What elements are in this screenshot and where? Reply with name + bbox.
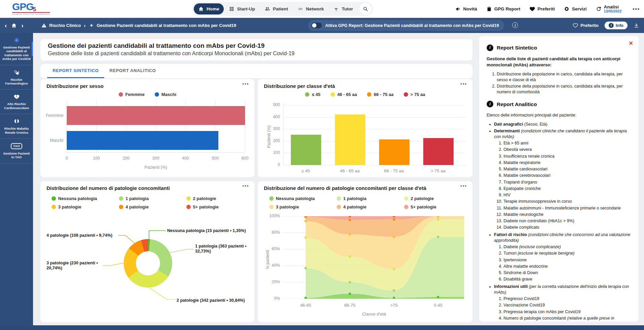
sidebar-item-rischio-farmacologico[interactable]: Rischio Farmacologico [0, 65, 33, 90]
download-icon[interactable] [634, 23, 639, 28]
preferito-label: Preferito [581, 23, 599, 28]
legend-sesso: FemmineMaschi [40, 92, 254, 97]
navbar-item-servizi[interactable]: Servizi [564, 6, 587, 12]
page-header-card: Gestione dei pazienti candidabili al tra… [40, 39, 472, 61]
bar-maschi[interactable] [67, 131, 218, 150]
chart-title-eta-patologie: Distribuzione del numero di patologie co… [264, 185, 426, 191]
sidebar-item-label: Alto Rischio Cardiovascolare [1, 102, 32, 110]
plot-sesso [67, 99, 245, 153]
toggle-info-icon[interactable]: i [512, 22, 518, 28]
people-icon [265, 6, 270, 12]
sidebar-item-label: Rischio Malattia Renale Cronica [1, 127, 32, 134]
y-tick-label: 500 [258, 102, 280, 107]
footer-bar [0, 325, 644, 330]
breadcrumb-item[interactable]: Rischio Clinico [41, 23, 81, 28]
preferito-button[interactable]: Preferito [573, 23, 599, 28]
chart-card-patologie: Distribuzione del numero di patologie co… [40, 181, 254, 322]
nav-tab-start-up[interactable]: Start-Up [224, 3, 259, 14]
close-icon[interactable]: ✕ [629, 40, 633, 46]
tao-icon: TAO [11, 143, 22, 149]
info-icon: i [609, 23, 614, 28]
back-button[interactable]: ‹ [5, 22, 7, 29]
toggle-switch[interactable] [311, 23, 322, 28]
gpg-report-toggle[interactable]: Attiva GPG Report: Gestione Pazienti can… [308, 20, 504, 31]
list-item: Tumori (escluse le neoplasie benigne) [503, 251, 631, 256]
legend-item: > 75 aa [404, 92, 425, 97]
forward-button[interactable]: › [21, 22, 23, 29]
toggle-label: Attiva GPG Report: Gestione Pazienti can… [325, 23, 499, 28]
sidebar-item-rischio-malattia[interactable]: Rischio Malattia Renale Cronica [0, 114, 33, 139]
x-category-label: 46 - 65 aa [330, 168, 370, 173]
breadcrumb-right: Preferito i Info [573, 18, 639, 33]
legend-dot [119, 92, 123, 97]
circle-icon [564, 6, 570, 12]
panel-section-title: Report Analitico [497, 101, 537, 108]
navbar-item-novit-[interactable]: Novità [455, 6, 477, 12]
sidebar: Gestione Pazienti candidabili al trattam… [0, 33, 33, 330]
nav-tab-label: Patient [273, 6, 288, 11]
chart-menu-sesso[interactable]: ••• [242, 81, 249, 86]
report-tabs: REPORT SINTETICO REPORT ANALITICO [40, 64, 472, 78]
sidebar-item-gestione-pazienti[interactable]: Gestione Pazienti candidabili al trattam… [0, 33, 33, 65]
sidebar-item-gestione-pazienti[interactable]: TAOGestione Pazienti in TAO [0, 139, 33, 164]
bar-age-1[interactable] [335, 114, 365, 165]
x-tick-label: 200 [119, 156, 133, 161]
nav-tab-home[interactable]: Home [194, 3, 224, 14]
bullet-sublist: Età > 65 anniObesità severaInsufficienza… [494, 140, 631, 231]
home-icon[interactable] [11, 23, 17, 28]
panel-bullet-list: Dati anagrafici (Sesso, Età)Determinanti… [487, 122, 631, 322]
search-button[interactable] [360, 3, 371, 15]
breadcrumb-separator: › [84, 23, 86, 28]
panel-intro: Gestione delle liste di pazienti candida… [487, 56, 631, 68]
breadcrumb-item[interactable]: Gestione Pazienti candidabili al trattam… [89, 23, 236, 28]
heartEx-icon [14, 94, 20, 100]
nav-tab-patient[interactable]: Patient [260, 3, 293, 14]
y-axis-title: % pazienti [265, 250, 270, 269]
info-icon: i [487, 101, 493, 107]
bullet-item: Dati anagrafici (Sesso, Età) [494, 122, 631, 127]
kidneys-icon [14, 119, 20, 124]
bar-age-2[interactable] [379, 139, 409, 165]
nav-tab-label: Network [306, 6, 324, 11]
chart-title-sesso: Distribuzione per sesso [47, 83, 103, 89]
info-button[interactable]: i Info [605, 22, 627, 29]
x-tick-label: 500 [209, 156, 222, 161]
bar-age-0[interactable] [291, 135, 321, 165]
nav-tab-network[interactable]: Network [293, 3, 328, 14]
pill-icon [14, 70, 20, 75]
chart-menu-eta[interactable]: ••• [460, 81, 467, 86]
list-item: Diabete non controllato (HbA1c > 9%) [503, 218, 631, 224]
x-tick-label: 100 [90, 156, 103, 161]
list-item: Altre malattie endocrine [503, 264, 631, 269]
list-item: Distribuzione della popolazione in caric… [497, 84, 631, 95]
navbar-item-analisi[interactable]: Analisi13/05/2022 [596, 5, 622, 13]
bar-age-3[interactable] [423, 138, 454, 165]
nav-tab-tutor[interactable]: Tutor [329, 3, 358, 14]
tab-report-analitico[interactable]: REPORT ANALITICO [104, 64, 161, 78]
list-item: Diabete complicato [503, 225, 631, 230]
legend-item: 2 patologie [404, 196, 461, 201]
list-item: Insufficienza renale cronica [503, 154, 631, 159]
list-item: Malattie autoimmuni - Immunodeficienze p… [503, 205, 631, 211]
navbar-item-gpg-report[interactable]: GPG Report [486, 6, 520, 12]
plot-patologie: Nessuna patologia (15 pazienti • 1,35%)1… [40, 181, 254, 322]
overflow-menu-button[interactable]: ••• [633, 6, 640, 12]
report-icon [486, 6, 492, 12]
gridline [283, 129, 465, 129]
logo-caption: GENERAL PRACTICE GOVERNANCE [12, 12, 50, 15]
page-title: Gestione dei pazienti candidabili al tra… [48, 42, 465, 50]
gpg-logo[interactable]: GPG 5 GENERAL PRACTICE GOVERNANCE [12, 2, 50, 15]
chart-menu-eta-patologie[interactable]: ••• [460, 183, 467, 188]
legend-eta: ≤ 4546 - 65 aa66 - 75 aa> 75 aa [258, 92, 472, 97]
legend-item: 5+ patologie [404, 204, 461, 209]
tab-report-sintetico[interactable]: REPORT SINTETICO [47, 64, 104, 78]
donut-chart[interactable] [124, 239, 172, 288]
y-axis-title: Pazienti (%) [267, 126, 271, 148]
sidebar-item-alto-rischio[interactable]: Alto Rischio Cardiovascolare [0, 90, 33, 114]
nav-tab-label: Start-Up [237, 6, 255, 11]
navbar-item-preferiti[interactable]: Preferiti [529, 6, 555, 12]
x-axis-title: Pazienti (%) [67, 165, 245, 170]
bullet-item: Informazioni utili (per la corretta valu… [494, 284, 631, 322]
bar-femmine[interactable] [67, 106, 245, 125]
legend-dot [404, 92, 408, 97]
